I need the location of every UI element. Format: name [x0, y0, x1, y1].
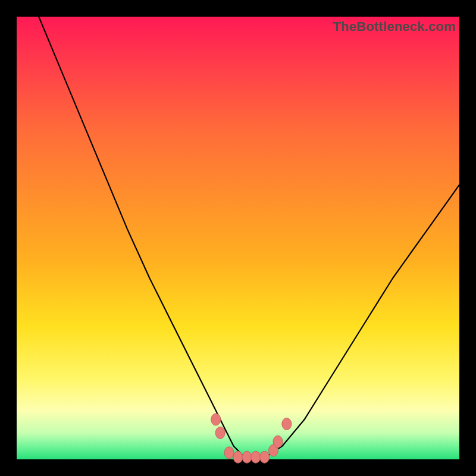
curve-marker — [242, 451, 252, 463]
curve-marker — [233, 451, 243, 463]
plot-area: TheBottleneck.com — [17, 17, 459, 459]
curve-marker — [224, 447, 234, 459]
curve-marker — [251, 451, 261, 463]
curve-marker — [273, 436, 283, 447]
curve-marker — [211, 414, 221, 425]
curve-marker — [215, 427, 225, 439]
curve-marker — [282, 418, 292, 430]
chart-frame: TheBottleneck.com — [0, 0, 476, 476]
curve-marker — [260, 451, 270, 463]
chart-svg — [17, 17, 459, 459]
bottleneck-curve — [39, 17, 459, 457]
markers-group — [211, 414, 292, 463]
